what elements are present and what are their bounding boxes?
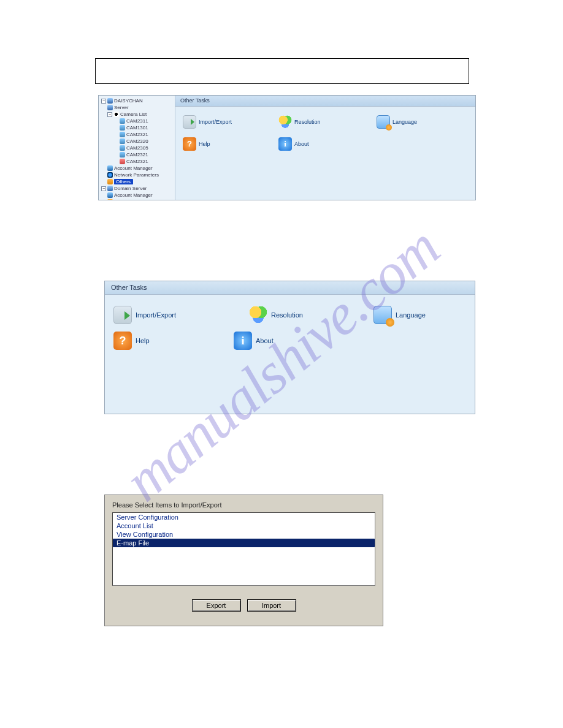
camera-list-icon — [113, 112, 119, 117]
import-export-dialog: Please Select Items to Import/Export Ser… — [104, 495, 383, 626]
tree-cam[interactable]: CAM2321 — [100, 158, 174, 165]
tree-network-params-label: Network Parameters — [114, 172, 159, 178]
task-label: Import/Export — [199, 119, 232, 125]
server-icon — [107, 98, 113, 104]
camera-icon — [120, 138, 125, 144]
network-icon — [107, 172, 113, 178]
tree-cam[interactable]: CAM1301 — [100, 124, 174, 131]
task-label: Language — [393, 119, 417, 125]
task-language[interactable]: Language — [377, 115, 417, 129]
camera-icon — [120, 152, 125, 157]
resolution-icon — [278, 115, 292, 129]
list-item[interactable]: Server Configuration — [113, 513, 375, 521]
task-label: About — [294, 141, 309, 147]
import-export-icon — [183, 115, 196, 129]
task-help[interactable]: Help — [183, 137, 210, 151]
tree-server-label: Server — [114, 105, 129, 110]
task-label: Help — [199, 141, 210, 147]
tree-network-params[interactable]: Network Parameters — [100, 172, 174, 178]
help-icon — [113, 332, 132, 350]
server-icon — [107, 186, 113, 191]
tree-cam[interactable]: CAM2320 — [100, 138, 174, 145]
tree-others-label: Others — [114, 179, 133, 184]
collapse-icon[interactable]: − — [101, 186, 106, 191]
task-label: Import/Export — [136, 311, 176, 319]
tree-domain-server[interactable]: − Domain Server — [100, 185, 174, 192]
collapse-icon[interactable]: − — [101, 99, 106, 104]
task-help[interactable]: Help — [113, 332, 150, 350]
tree-cam-label: CAM2321 — [126, 159, 148, 164]
list-item[interactable]: View Configuration — [113, 530, 375, 539]
user-icon — [107, 165, 113, 171]
task-import-export[interactable]: Import/Export — [113, 306, 176, 324]
list-item[interactable]: Account List — [113, 521, 375, 530]
tree-camera-list-label: Camera List — [120, 112, 147, 117]
panel-tree-tasks: − DAISYCHAN Server − Camera List CAM2311… — [98, 95, 476, 200]
others-icon — [107, 199, 113, 200]
tree-cam-label: CAM2305 — [126, 145, 148, 151]
tasks-header: Other Tasks — [175, 96, 475, 107]
camera-icon — [120, 118, 125, 124]
tree-server[interactable]: Server — [100, 104, 174, 111]
task-import-export[interactable]: Import/Export — [183, 115, 232, 129]
language-icon — [377, 115, 390, 129]
task-label: Resolution — [294, 119, 321, 125]
tree-cam[interactable]: CAM2305 — [100, 145, 174, 151]
task-label: Help — [136, 337, 150, 344]
language-icon — [373, 306, 392, 324]
tree-ds-others-label: Others — [114, 199, 129, 200]
panel-other-tasks: Other Tasks Import/Export Resolution Lan… — [104, 281, 475, 414]
tree-others[interactable]: Others — [100, 178, 174, 185]
tree-ds-account-manager-label: Account Manager — [114, 192, 153, 198]
camera-icon — [120, 132, 125, 137]
about-icon — [278, 137, 292, 151]
camera-icon — [120, 125, 125, 131]
import-export-listbox[interactable]: Server Configuration Account List View C… — [112, 512, 375, 586]
task-label: Resolution — [271, 311, 303, 319]
tree-domain-server-label: Domain Server — [114, 186, 147, 191]
tree-cam-label: CAM2311 — [126, 118, 148, 124]
task-language[interactable]: Language — [373, 306, 426, 324]
task-resolution[interactable]: Resolution — [278, 115, 321, 129]
tree-root-label: DAISYCHAN — [114, 98, 143, 104]
tree-cam[interactable]: CAM2321 — [100, 151, 174, 158]
others-icon — [107, 179, 113, 184]
resolution-icon — [249, 306, 267, 324]
import-button[interactable]: Import — [247, 599, 296, 612]
tree-cam[interactable]: CAM2321 — [100, 131, 174, 138]
tasks-header: Other Tasks — [105, 281, 475, 295]
tree-cam-label: CAM2321 — [126, 152, 148, 157]
tree-cam-label: CAM1301 — [126, 125, 148, 131]
task-label: Language — [396, 311, 426, 319]
task-about[interactable]: About — [278, 137, 309, 151]
export-button[interactable]: Export — [192, 599, 241, 612]
tree-ds-account-manager[interactable]: Account Manager — [100, 192, 174, 199]
tree-cam-label: CAM2321 — [126, 132, 148, 137]
task-label: About — [256, 337, 274, 344]
help-icon — [183, 137, 196, 151]
tree-account-manager[interactable]: Account Manager — [100, 165, 174, 172]
list-item[interactable]: E-map File — [113, 539, 375, 547]
import-export-icon — [113, 306, 132, 324]
task-about[interactable]: About — [234, 332, 274, 350]
tree-cam[interactable]: CAM2311 — [100, 118, 174, 124]
user-icon — [107, 192, 113, 198]
task-resolution[interactable]: Resolution — [249, 306, 303, 324]
tree-root[interactable]: − DAISYCHAN — [100, 97, 174, 104]
tree-camera-list[interactable]: − Camera List — [100, 111, 174, 118]
tree-pane[interactable]: − DAISYCHAN Server − Camera List CAM2311… — [99, 96, 175, 200]
tree-ds-others[interactable]: Others — [100, 199, 174, 200]
dialog-title: Please Select Items to Import/Export — [105, 495, 383, 512]
tree-cam-label: CAM2320 — [126, 138, 148, 144]
server-icon — [107, 105, 113, 110]
camera-icon — [120, 145, 125, 151]
collapse-icon[interactable]: − — [107, 112, 112, 117]
empty-box — [95, 58, 469, 84]
camera-icon — [120, 159, 125, 164]
tasks-pane: Other Tasks Import/Export Resolution Lan… — [175, 96, 475, 200]
tree-account-manager-label: Account Manager — [114, 165, 153, 171]
about-icon — [234, 332, 252, 350]
